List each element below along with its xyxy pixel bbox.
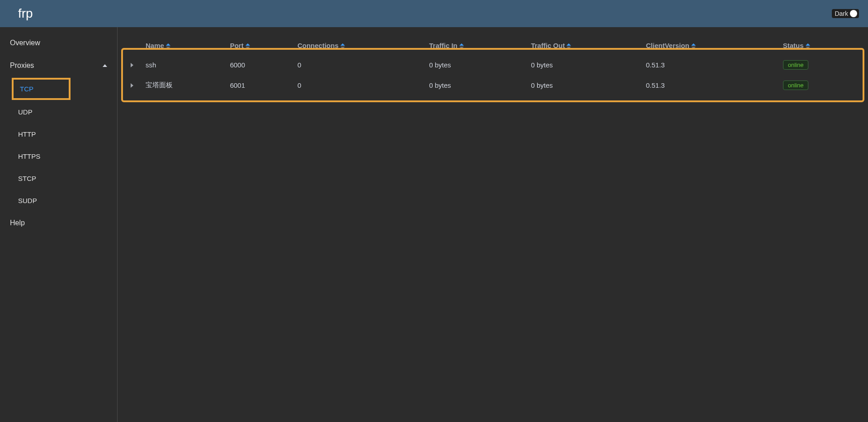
sidebar-sub-label: TCP — [20, 85, 33, 93]
status-badge: online — [783, 81, 809, 90]
sidebar-item-udp[interactable]: UDP — [0, 101, 117, 123]
table-row: ssh 6000 0 0 bytes 0 bytes 0.51.3 online — [123, 55, 863, 75]
cell-connections: 0 — [293, 75, 425, 95]
sidebar-item-proxies[interactable]: Proxies — [0, 54, 117, 77]
cell-traffic-in: 0 bytes — [425, 75, 526, 95]
col-name[interactable]: Name — [141, 36, 226, 55]
sidebar-sub-label: UDP — [18, 108, 33, 116]
sidebar-sub-label: STCP — [18, 175, 36, 182]
expand-toggle[interactable] — [123, 75, 141, 95]
header: frp Dark — [0, 0, 868, 27]
sidebar-item-help[interactable]: Help — [0, 212, 117, 234]
chevron-right-icon — [131, 63, 133, 67]
toggle-knob-icon — [850, 10, 857, 17]
cell-status: online — [778, 75, 863, 95]
cell-traffic-in: 0 bytes — [425, 55, 526, 75]
sort-icon — [166, 43, 170, 49]
chevron-right-icon — [131, 83, 133, 88]
cell-name: 宝塔面板 — [141, 75, 226, 95]
sort-icon — [340, 43, 345, 49]
cell-client-version: 0.51.3 — [642, 55, 778, 75]
cell-traffic-out: 0 bytes — [526, 55, 641, 75]
chevron-up-icon — [103, 64, 107, 67]
sidebar-label: Help — [10, 219, 25, 227]
sidebar-label: Overview — [10, 39, 40, 47]
dark-label: Dark — [835, 10, 848, 17]
cell-traffic-out: 0 bytes — [526, 75, 641, 95]
expand-toggle[interactable] — [123, 55, 141, 75]
sidebar-item-http[interactable]: HTTP — [0, 123, 117, 145]
col-traffic-in[interactable]: Traffic In — [425, 36, 526, 55]
app-logo: frp — [18, 6, 33, 21]
cell-port: 6001 — [226, 75, 293, 95]
status-badge: online — [783, 60, 809, 70]
sidebar-sub-label: SUDP — [18, 197, 37, 204]
cell-port: 6000 — [226, 55, 293, 75]
col-port[interactable]: Port — [226, 36, 293, 55]
col-client-version[interactable]: ClientVersion — [642, 36, 778, 55]
sort-icon — [691, 43, 696, 49]
sidebar-label: Proxies — [10, 62, 34, 70]
sort-icon — [806, 43, 810, 49]
col-status[interactable]: Status — [778, 36, 863, 55]
cell-client-version: 0.51.3 — [642, 75, 778, 95]
table-row: 宝塔面板 6001 0 0 bytes 0 bytes 0.51.3 onlin… — [123, 75, 863, 95]
cell-name: ssh — [141, 55, 226, 75]
proxies-table: Name Port Connections Traffic In Traffic… — [123, 36, 863, 95]
sidebar-sub-label: HTTP — [18, 130, 36, 138]
sidebar-item-tcp[interactable]: TCP — [12, 78, 71, 100]
sidebar-item-stcp[interactable]: STCP — [0, 167, 117, 190]
sidebar: Overview Proxies TCP UDP HTTP HTTPS STCP… — [0, 27, 118, 422]
col-connections[interactable]: Connections — [293, 36, 425, 55]
sidebar-sub-label: HTTPS — [18, 152, 40, 160]
table-header-row: Name Port Connections Traffic In Traffic… — [123, 36, 863, 55]
cell-status: online — [778, 55, 863, 75]
dark-mode-toggle[interactable]: Dark — [832, 9, 859, 18]
col-traffic-out[interactable]: Traffic Out — [526, 36, 641, 55]
sidebar-item-overview[interactable]: Overview — [0, 32, 117, 54]
sort-icon — [566, 43, 571, 49]
sidebar-item-sudp[interactable]: SUDP — [0, 190, 117, 212]
main-content: Name Port Connections Traffic In Traffic… — [118, 27, 868, 422]
cell-connections: 0 — [293, 55, 425, 75]
sidebar-item-https[interactable]: HTTPS — [0, 145, 117, 167]
sort-icon — [459, 43, 464, 49]
sort-icon — [245, 43, 250, 49]
